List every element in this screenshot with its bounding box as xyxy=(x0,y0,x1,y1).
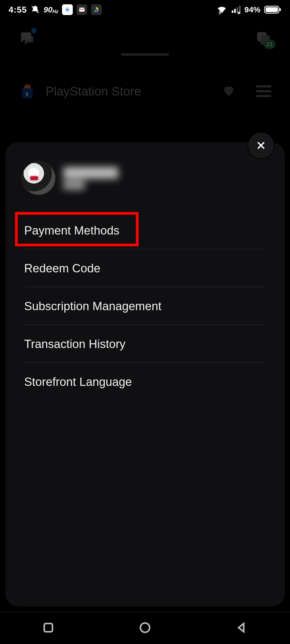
gmail-app-icon xyxy=(77,4,87,15)
close-button[interactable] xyxy=(248,133,274,158)
sheet-drag-handle[interactable] xyxy=(121,53,169,56)
svg-rect-4 xyxy=(234,9,236,13)
menu-item-storefront-language[interactable]: Storefront Language xyxy=(24,363,266,400)
menu-item-subscription-management[interactable]: Subscription Management xyxy=(24,287,266,325)
svg-rect-3 xyxy=(232,10,233,13)
profile-name: ████████ xyxy=(63,167,118,178)
store-title: PlayStation Store xyxy=(46,84,212,98)
nav-recents-icon[interactable] xyxy=(42,621,55,635)
game-dice-icon[interactable]: 21 xyxy=(252,27,274,49)
svg-rect-8 xyxy=(266,7,278,12)
chat-notification-dot xyxy=(31,28,37,33)
ps-store-bag-icon xyxy=(19,83,36,100)
drive-app-icon xyxy=(91,4,102,15)
nav-home-icon[interactable] xyxy=(139,621,151,635)
wishlist-heart-icon[interactable] xyxy=(222,84,236,99)
menu-item-redeem-code[interactable]: Redeem Code xyxy=(24,249,266,287)
game-notification-badge: 21 xyxy=(264,40,276,49)
status-bar: 4:55 90Hz 5 94% xyxy=(0,0,290,19)
svg-text:5: 5 xyxy=(219,10,221,15)
cellular-signal-icon xyxy=(231,5,241,14)
menu-hamburger-icon[interactable] xyxy=(256,85,271,97)
system-nav-bar xyxy=(0,612,290,644)
profile-sub: ████ xyxy=(63,181,118,189)
do-not-disturb-icon xyxy=(31,5,40,14)
avatar xyxy=(21,161,56,195)
svg-point-13 xyxy=(140,623,150,632)
chat-icon[interactable] xyxy=(16,27,38,49)
menu-item-payment-methods[interactable]: Payment Methods xyxy=(24,211,266,249)
battery-percentage: 94% xyxy=(244,5,260,14)
svg-rect-12 xyxy=(44,624,53,632)
nav-back-icon[interactable] xyxy=(235,621,248,635)
menu-item-transaction-history[interactable]: Transaction History xyxy=(24,325,266,363)
battery-icon xyxy=(264,5,281,14)
account-menu: Payment Methods Redeem Code Subscription… xyxy=(5,201,285,400)
svg-rect-9 xyxy=(280,8,281,11)
profile-row[interactable]: ████████ ████ xyxy=(5,142,285,201)
refresh-rate: 90Hz xyxy=(44,5,58,14)
account-menu-sheet: ████████ ████ Payment Methods Redeem Cod… xyxy=(5,142,285,606)
clock: 4:55 xyxy=(9,5,27,15)
settings-app-icon xyxy=(62,4,73,15)
wifi-icon: 5 xyxy=(216,4,227,15)
